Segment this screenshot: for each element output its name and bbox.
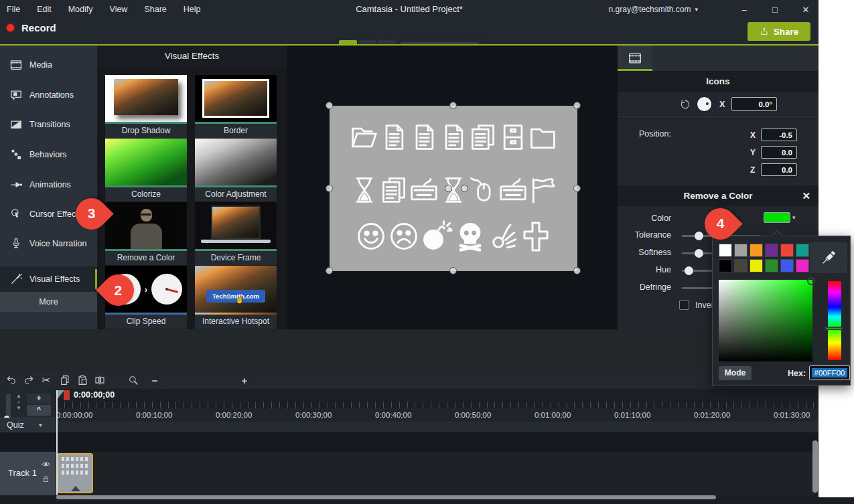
position-input-y[interactable]: 0.0 — [761, 146, 797, 159]
swatch-2c8c2c[interactable] — [765, 259, 778, 272]
sidebar-item-visual-effects[interactable]: Visual Effects — [0, 266, 97, 292]
menu-edit[interactable]: Edit — [37, 5, 52, 14]
swatch-a2a2a2[interactable] — [734, 244, 748, 257]
menu-modify[interactable]: Modify — [68, 5, 93, 14]
swatch-f04438[interactable] — [780, 244, 794, 257]
invert-checkbox[interactable] — [679, 300, 689, 310]
mode-button[interactable]: Mode — [719, 366, 752, 380]
share-button[interactable]: Share — [748, 22, 810, 41]
timeline-clip[interactable] — [57, 453, 93, 493]
rotation-ball-control[interactable] — [697, 97, 711, 111]
selection-handle[interactable] — [326, 267, 333, 274]
saturation-value-picker[interactable] — [719, 280, 812, 361]
track-zoom-minitools[interactable]: ▲⌕▼ — [14, 393, 23, 411]
swatch-129c8c[interactable] — [796, 244, 809, 257]
selection-handle[interactable] — [573, 185, 581, 192]
effect-card-border[interactable]: Border — [195, 75, 277, 138]
sidebar-item-animations[interactable]: Animations — [0, 175, 97, 195]
swatch-4a4440[interactable] — [734, 259, 748, 272]
hue-slider-marker[interactable] — [825, 327, 843, 330]
lock-icon[interactable] — [42, 474, 50, 483]
swatch-3c5cf0[interactable] — [780, 259, 794, 272]
sv-selection-cursor[interactable] — [807, 277, 815, 285]
selection-handle[interactable] — [326, 185, 333, 192]
timeline-zoom-icon[interactable] — [127, 374, 139, 386]
swatch-f59b20[interactable] — [750, 244, 763, 257]
redo-icon[interactable] — [23, 374, 35, 386]
selection-handle[interactable] — [449, 267, 457, 274]
selection-handle[interactable] — [573, 267, 581, 274]
minimize-button[interactable]: – — [737, 5, 752, 15]
chevron-down-icon: ▾ — [39, 422, 42, 428]
zoom-in-button[interactable]: + — [238, 374, 251, 386]
playhead-head-icon[interactable] — [64, 390, 70, 400]
effect-card-device-frame[interactable]: Device Frame — [195, 202, 277, 265]
stage-icon-row — [350, 173, 557, 207]
quiz-dropdown[interactable]: Quiz ▾ — [0, 418, 56, 432]
swatch-6b2d90[interactable] — [765, 244, 778, 257]
hue-slider[interactable] — [828, 281, 841, 360]
sidebar-item-media[interactable]: Media — [0, 55, 97, 75]
menu-share[interactable]: Share — [144, 5, 166, 14]
sidebar-more-button[interactable]: More — [0, 292, 97, 312]
effect-card-color-adjustment[interactable]: Color Adjustment — [195, 139, 277, 201]
color-swatch-dropdown[interactable] — [764, 212, 790, 223]
add-track-button[interactable]: + — [27, 394, 51, 404]
close-icon[interactable]: ✕ — [802, 185, 810, 206]
rotation-input[interactable]: 0.0° — [731, 97, 777, 111]
effect-thumbnail-interactive-hotspot: TechSmith.com☝ — [195, 266, 277, 315]
effect-card-drop-shadow[interactable]: Drop Shadow — [105, 75, 187, 138]
selection-handle[interactable] — [326, 102, 333, 109]
position-input-z[interactable]: 0.0 — [761, 163, 797, 176]
tolerance-slider-knob[interactable] — [695, 232, 703, 240]
laptop-base — [201, 240, 271, 243]
vertical-scrollbar[interactable] — [812, 440, 818, 493]
selected-media-icons[interactable] — [330, 106, 577, 271]
hex-input[interactable]: #00FF00 — [809, 365, 850, 380]
copy-icon[interactable] — [59, 374, 71, 386]
eyedropper-button[interactable] — [810, 242, 847, 273]
effect-card-remove-a-color[interactable]: Remove a Color — [105, 202, 187, 265]
sidebar-item-voice-narration[interactable]: Voice Narration — [0, 234, 97, 254]
collapse-tracks-button[interactable]: ^ — [27, 405, 51, 416]
selection-handle[interactable] — [449, 102, 457, 109]
document-icon — [379, 122, 409, 152]
tab-media-properties[interactable] — [618, 46, 652, 71]
effect-card-colorize[interactable]: Colorize — [105, 139, 187, 201]
menu-view[interactable]: View — [110, 5, 128, 14]
cut-icon[interactable]: ✂ — [40, 374, 52, 386]
swatch-f024c8[interactable] — [796, 259, 809, 272]
position-input-x[interactable]: -0.5 — [761, 129, 797, 141]
softness-slider-knob[interactable] — [695, 249, 703, 258]
menu-help[interactable]: Help — [184, 5, 201, 14]
swatch-000000[interactable] — [719, 259, 732, 272]
maximize-button[interactable]: □ — [768, 5, 782, 15]
sidebar-item-transitions[interactable]: Transitions — [0, 114, 97, 135]
center-handle[interactable] — [445, 185, 452, 192]
eye-icon[interactable] — [41, 459, 51, 469]
playhead-line[interactable] — [56, 390, 58, 495]
split-icon[interactable] — [94, 374, 106, 386]
record-button[interactable]: Record — [5, 22, 56, 33]
playhead-marker[interactable]: 0:00:00;00 — [56, 389, 819, 402]
menu-file[interactable]: File — [7, 5, 20, 14]
swatch-ffffff[interactable] — [719, 244, 732, 257]
effect-card-interactive-hotspot[interactable]: TechSmith.com☝Interactive Hotspot — [195, 266, 277, 329]
editing-canvas[interactable] — [287, 46, 618, 329]
sidebar-item-behaviors[interactable]: Behaviors — [0, 145, 97, 165]
undo-icon[interactable] — [5, 374, 17, 386]
center-handle[interactable] — [461, 185, 468, 192]
swatch-ecf000[interactable] — [750, 259, 763, 272]
ruler-ticks[interactable] — [56, 402, 819, 408]
effect-thumbnail-drop-shadow — [105, 75, 187, 124]
rotate-icon[interactable] — [679, 98, 691, 110]
close-button[interactable]: ✕ — [798, 5, 813, 15]
horizontal-scrollbar[interactable] — [56, 495, 716, 499]
zoom-out-button[interactable]: − — [149, 374, 161, 386]
selection-handle[interactable] — [573, 102, 581, 109]
paste-icon[interactable] — [76, 374, 88, 386]
sidebar-item-annotations[interactable]: Annotations — [0, 85, 97, 105]
account-menu[interactable]: n.gray@techsmith.com ▾ — [609, 0, 698, 19]
hue-slider-knob[interactable] — [685, 266, 693, 275]
ruler-labels[interactable]: 0:00:00;000:00:10;000:00:20;000:00:30;00… — [56, 408, 819, 422]
